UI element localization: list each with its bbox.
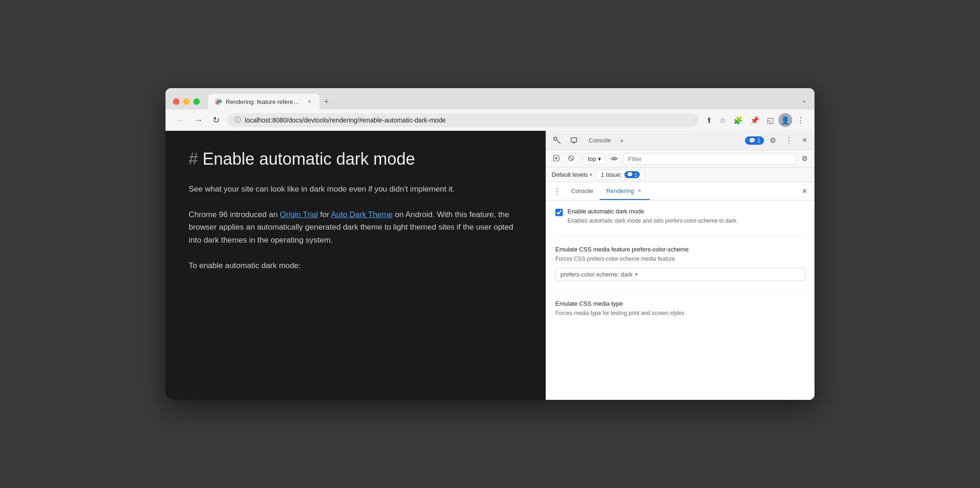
tab-dropdown-icon[interactable]: ⌄ — [801, 96, 807, 108]
rendering-tab-label: Rendering — [606, 187, 634, 194]
panel-close-button[interactable]: × — [798, 185, 811, 198]
page-paragraph-1: See what your site can look like in dark… — [189, 183, 522, 195]
back-button[interactable]: ← — [173, 114, 187, 127]
tab-bar: Rendering: feature reference - × + — [208, 94, 796, 109]
console-settings-button[interactable]: ⚙ — [798, 152, 811, 165]
close-button[interactable] — [173, 98, 179, 105]
auto-dark-mode-title: Enable automatic dark mode — [567, 208, 738, 215]
new-tab-button[interactable]: + — [319, 94, 334, 109]
tab-favicon-icon — [215, 98, 222, 105]
active-tab[interactable]: Rendering: feature reference - × — [208, 94, 319, 109]
rendering-panel-tab[interactable]: Rendering × — [600, 182, 650, 200]
console-ban-button[interactable] — [565, 153, 578, 165]
levels-chevron-icon: ▾ — [590, 172, 592, 177]
dt-badge-count: 1 — [757, 137, 761, 144]
ban-icon — [568, 155, 574, 161]
profile-button[interactable]: 👤 — [778, 113, 792, 127]
title-bar: Rendering: feature reference - × + ⌄ — [165, 88, 815, 109]
address-actions: ⬆ ☆ 🧩 📌 ◱ 👤 ⋮ — [703, 113, 807, 127]
device-toolbar-button[interactable] — [566, 134, 581, 147]
address-input[interactable]: ⓘ localhost:8080/docs/devtools/rendering… — [227, 113, 699, 127]
dt-close-button[interactable]: × — [798, 133, 811, 148]
browser-window: Rendering: feature reference - × + ⌄ ← →… — [165, 88, 815, 400]
dt-console-tab[interactable]: Console — [583, 134, 617, 147]
split-button[interactable]: ◱ — [764, 114, 776, 127]
console-toolbar: top ▾ ⚙ — [546, 150, 815, 167]
share-button[interactable]: ⬆ — [703, 114, 715, 127]
context-selector[interactable]: top ▾ — [584, 153, 605, 165]
page-paragraph-3: To enable automatic dark mode: — [189, 259, 522, 272]
svg-line-8 — [569, 156, 573, 160]
svg-marker-6 — [555, 157, 558, 160]
inspect-icon — [554, 137, 561, 144]
svg-point-9 — [613, 158, 615, 160]
url-text: localhost:8080/docs/devtools/rendering/#… — [245, 116, 691, 124]
issues-label: 1 Issue: — [601, 171, 622, 178]
reload-button[interactable]: ↻ — [210, 113, 223, 127]
auto-dark-theme-link[interactable]: Auto Dark Theme — [331, 210, 393, 219]
devtools-header: Console » 💬 1 ⚙ ⋮ × — [546, 131, 815, 150]
forward-button[interactable]: → — [191, 114, 205, 127]
devtools-panel: Console » 💬 1 ⚙ ⋮ × — [546, 131, 815, 400]
devtools-tabs-bar: ⋮ Console Rendering × × — [546, 182, 815, 200]
dt-badge-icon: 💬 — [749, 137, 756, 144]
extensions-button[interactable]: 🧩 — [731, 114, 745, 127]
rendering-panel-content: Enable automatic dark mode Enables autom… — [546, 200, 815, 400]
levels-label: Default levels — [552, 171, 588, 178]
auto-dark-mode-checkbox[interactable] — [555, 209, 563, 216]
maximize-button[interactable] — [193, 98, 200, 105]
rendering-tab-close[interactable]: × — [636, 187, 643, 194]
select-chevron-icon: ▾ — [635, 271, 638, 277]
issue-count: 1 — [635, 172, 637, 178]
prefers-color-scheme-select[interactable]: prefers-color-scheme: dark ▾ — [555, 268, 805, 281]
svg-rect-4 — [573, 142, 575, 143]
tab-title: Rendering: feature reference - — [226, 98, 302, 105]
levels-bar: Default levels ▾ 1 Issue: 💬 1 — [546, 167, 815, 182]
css-media-type-section: Emulate CSS media type Forces media type… — [555, 300, 805, 327]
context-label: top — [588, 155, 596, 162]
cast-button[interactable]: 📌 — [747, 114, 762, 127]
webpage-area: # Enable automatic dark mode See what yo… — [165, 131, 546, 400]
console-tab-label: Console — [571, 187, 593, 194]
css-media-type-desc: Forces media type for testing print and … — [555, 309, 805, 317]
issue-count-badge: 💬 1 — [624, 171, 640, 178]
browser-content: # Enable automatic dark mode See what yo… — [165, 131, 815, 400]
tab-close-button[interactable]: × — [306, 97, 313, 106]
tabs-more-icon[interactable]: ⋮ — [550, 183, 565, 199]
auto-dark-mode-section: Enable automatic dark mode Enables autom… — [555, 208, 805, 237]
dt-settings-button[interactable]: ⚙ — [766, 133, 780, 148]
page-paragraph-2: Chrome 96 introduced an Origin Trial for… — [189, 208, 522, 246]
minimize-button[interactable] — [183, 98, 190, 105]
heading-hash: # — [189, 149, 198, 169]
svg-rect-2 — [554, 137, 557, 140]
console-panel-tab[interactable]: Console — [565, 183, 600, 200]
auto-dark-mode-row: Enable automatic dark mode Enables autom… — [555, 208, 805, 225]
console-eye-button[interactable] — [607, 153, 621, 165]
svg-rect-3 — [571, 138, 577, 142]
bookmark-button[interactable]: ☆ — [717, 114, 729, 127]
dt-issue-badge[interactable]: 💬 1 — [745, 136, 764, 145]
dt-more-button[interactable]: ⋮ — [782, 133, 796, 148]
issues-button[interactable]: 1 Issue: 💬 1 — [596, 169, 645, 180]
heading-text: Enable automatic dark mode — [203, 149, 415, 169]
css-media-type-title: Emulate CSS media type — [555, 300, 805, 307]
auto-dark-mode-info: Enable automatic dark mode Enables autom… — [567, 208, 738, 225]
auto-dark-mode-desc: Enables automatic dark mode and sets pre… — [567, 217, 738, 225]
filter-input[interactable] — [623, 153, 796, 165]
prefers-color-scheme-value: prefers-color-scheme: dark — [560, 271, 632, 278]
prefers-color-scheme-desc: Forces CSS prefers-color-scheme media fe… — [555, 255, 805, 263]
device-icon — [570, 137, 578, 144]
inspect-element-button[interactable] — [550, 134, 565, 147]
prefers-color-scheme-section: Emulate CSS media feature prefers-color-… — [555, 246, 805, 291]
issue-badge-icon: 💬 — [627, 172, 633, 178]
info-icon: ⓘ — [235, 116, 241, 124]
console-play-button[interactable] — [550, 153, 563, 165]
origin-trial-link[interactable]: Origin Trial — [280, 210, 318, 219]
play-icon — [553, 155, 560, 161]
dt-more-tabs[interactable]: » — [618, 134, 625, 147]
menu-button[interactable]: ⋮ — [794, 114, 807, 127]
address-bar: ← → ↻ ⓘ localhost:8080/docs/devtools/ren… — [165, 109, 815, 131]
default-levels-dropdown[interactable]: Default levels ▾ — [552, 171, 592, 178]
prefers-color-scheme-title: Emulate CSS media feature prefers-color-… — [555, 246, 805, 253]
window-controls — [173, 98, 200, 105]
